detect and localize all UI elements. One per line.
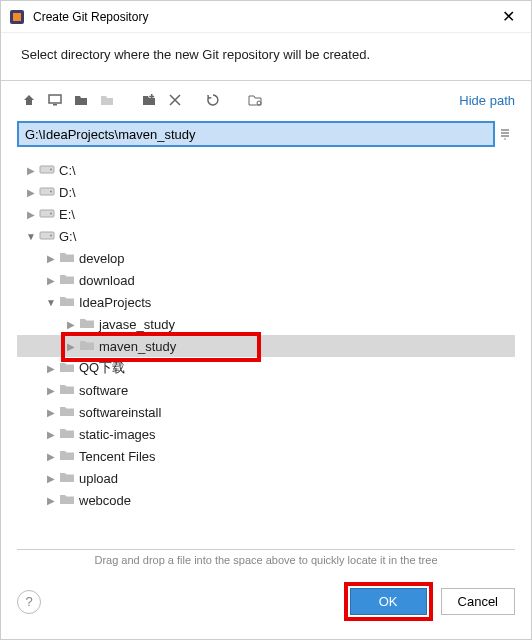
project-icon[interactable] [69, 89, 93, 111]
tree-item[interactable]: G:\ [17, 225, 515, 247]
ok-button[interactable]: OK [350, 588, 427, 615]
svg-rect-1 [13, 13, 21, 21]
tree-item[interactable]: webcode [17, 489, 515, 511]
tree-item[interactable]: C:\ [17, 159, 515, 181]
tree-item-label: G:\ [59, 229, 76, 244]
svg-rect-3 [53, 104, 57, 106]
tree-item-label: webcode [79, 493, 131, 508]
tree-item-label: upload [79, 471, 118, 486]
folder-icon [59, 471, 79, 485]
drive-icon [39, 207, 59, 221]
tree-item-label: maven_study [99, 339, 176, 354]
tree-item[interactable]: QQ下载 [17, 357, 515, 379]
desktop-icon[interactable] [43, 89, 67, 111]
tree-item[interactable]: software [17, 379, 515, 401]
folder-icon [59, 383, 79, 397]
refresh-icon[interactable] [201, 89, 225, 111]
folder-icon [59, 449, 79, 463]
new-folder-icon[interactable] [137, 89, 161, 111]
tree-item-label: softwareinstall [79, 405, 161, 420]
tree-item-label: Tencent Files [79, 449, 156, 464]
expand-arrow-icon[interactable] [63, 341, 79, 352]
cancel-button[interactable]: Cancel [441, 588, 515, 615]
svg-point-14 [50, 235, 52, 237]
expand-arrow-icon[interactable] [23, 165, 39, 176]
home-icon[interactable] [17, 89, 41, 111]
dialog-title: Create Git Repository [33, 10, 494, 24]
tree-item[interactable]: E:\ [17, 203, 515, 225]
expand-arrow-icon[interactable] [23, 187, 39, 198]
tree-item[interactable]: maven_study [17, 335, 515, 357]
directory-tree[interactable]: C:\D:\E:\G:\developdownloadIdeaProjectsj… [17, 155, 515, 511]
expand-arrow-icon[interactable] [63, 319, 79, 330]
svg-rect-2 [49, 95, 61, 103]
folder-icon [59, 273, 79, 287]
tree-item[interactable]: softwareinstall [17, 401, 515, 423]
tree-item[interactable]: javase_study [17, 313, 515, 335]
folder-icon [59, 251, 79, 265]
folder-icon [79, 317, 99, 331]
app-icon [9, 9, 25, 25]
expand-arrow-icon[interactable] [43, 385, 59, 396]
svg-point-10 [50, 191, 52, 193]
tree-item-label: download [79, 273, 135, 288]
module-icon [95, 89, 119, 111]
tree-item[interactable]: develop [17, 247, 515, 269]
history-icon[interactable] [495, 121, 515, 147]
drive-icon [39, 229, 59, 243]
expand-arrow-icon[interactable] [43, 363, 59, 374]
tree-item-label: E:\ [59, 207, 75, 222]
close-icon[interactable]: ✕ [494, 3, 523, 30]
expand-arrow-icon[interactable] [43, 407, 59, 418]
path-input[interactable] [17, 121, 495, 147]
tree-item[interactable]: upload [17, 467, 515, 489]
tree-item-label: QQ下载 [79, 359, 125, 377]
folder-icon [59, 361, 79, 375]
tree-item[interactable]: D:\ [17, 181, 515, 203]
drive-icon [39, 185, 59, 199]
tree-item[interactable]: download [17, 269, 515, 291]
drag-drop-hint: Drag and drop a file into the space abov… [1, 550, 531, 572]
svg-point-8 [50, 169, 52, 171]
folder-icon [59, 405, 79, 419]
tree-item-label: D:\ [59, 185, 76, 200]
tree-item-label: IdeaProjects [79, 295, 151, 310]
tree-item[interactable]: static-images [17, 423, 515, 445]
expand-arrow-icon[interactable] [43, 429, 59, 440]
tree-item-label: software [79, 383, 128, 398]
svg-point-12 [50, 213, 52, 215]
tree-item[interactable]: Tencent Files [17, 445, 515, 467]
expand-arrow-icon[interactable] [43, 297, 59, 308]
dialog-instructions: Select directory where the new Git repos… [1, 33, 531, 81]
help-icon[interactable]: ? [17, 590, 41, 614]
tree-item[interactable]: IdeaProjects [17, 291, 515, 313]
tree-item-label: static-images [79, 427, 156, 442]
tree-item-label: develop [79, 251, 125, 266]
drive-icon [39, 163, 59, 177]
hide-path-link[interactable]: Hide path [459, 93, 515, 108]
expand-arrow-icon[interactable] [23, 231, 39, 242]
expand-arrow-icon[interactable] [43, 253, 59, 264]
expand-arrow-icon[interactable] [43, 451, 59, 462]
show-hidden-icon[interactable] [243, 89, 267, 111]
svg-point-6 [257, 101, 261, 105]
folder-icon [79, 339, 99, 353]
expand-arrow-icon[interactable] [23, 209, 39, 220]
svg-rect-5 [149, 96, 154, 98]
folder-icon [59, 295, 79, 309]
tree-item-label: javase_study [99, 317, 175, 332]
tree-item-label: C:\ [59, 163, 76, 178]
expand-arrow-icon[interactable] [43, 275, 59, 286]
delete-icon[interactable] [163, 89, 187, 111]
expand-arrow-icon[interactable] [43, 495, 59, 506]
folder-icon [59, 427, 79, 441]
folder-icon [59, 493, 79, 507]
expand-arrow-icon[interactable] [43, 473, 59, 484]
